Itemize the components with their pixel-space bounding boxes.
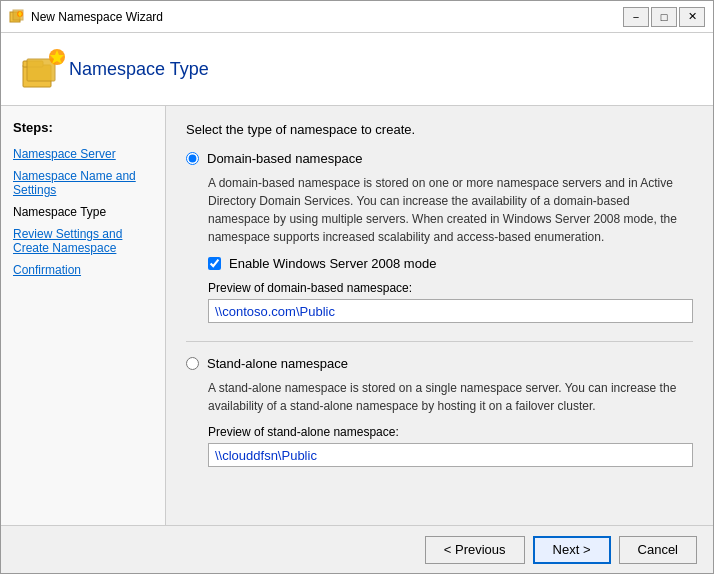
title-bar: New Namespace Wizard − □ ✕ (1, 1, 713, 33)
next-button[interactable]: Next > (533, 536, 611, 564)
standalone-radio[interactable] (186, 357, 199, 370)
domain-based-radio-row: Domain-based namespace (186, 151, 693, 166)
domain-based-label[interactable]: Domain-based namespace (207, 151, 362, 166)
svg-rect-6 (27, 59, 55, 81)
body-area: Steps: Namespace Server Namespace Name a… (1, 106, 713, 525)
previous-button[interactable]: < Previous (425, 536, 525, 564)
sidebar-item-review-settings[interactable]: Review Settings and Create Namespace (1, 223, 165, 259)
standalone-preview-label: Preview of stand-alone namespace: (208, 425, 693, 439)
standalone-description: A stand-alone namespace is stored on a s… (208, 379, 693, 415)
sidebar-item-namespace-name[interactable]: Namespace Name and Settings (1, 165, 165, 201)
standalone-preview-input[interactable] (208, 443, 693, 467)
domain-preview-input[interactable] (208, 299, 693, 323)
standalone-option-group: Stand-alone namespace A stand-alone name… (186, 356, 693, 467)
cancel-button[interactable]: Cancel (619, 536, 697, 564)
sidebar-item-confirmation[interactable]: Confirmation (1, 259, 165, 281)
domain-preview-label: Preview of domain-based namespace: (208, 281, 693, 295)
enable-2008-mode-label[interactable]: Enable Windows Server 2008 mode (229, 256, 436, 271)
sidebar-item-namespace-type: Namespace Type (1, 201, 165, 223)
sidebar: Steps: Namespace Server Namespace Name a… (1, 106, 166, 525)
instruction-text: Select the type of namespace to create. (186, 122, 693, 137)
maximize-button[interactable]: □ (651, 7, 677, 27)
sidebar-item-namespace-server[interactable]: Namespace Server (1, 143, 165, 165)
wizard-window: New Namespace Wizard − □ ✕ Namespace Typ… (0, 0, 714, 574)
minimize-button[interactable]: − (623, 7, 649, 27)
title-bar-title: New Namespace Wizard (31, 10, 623, 24)
separator (186, 341, 693, 342)
content-area: Select the type of namespace to create. … (166, 106, 713, 525)
title-bar-controls: − □ ✕ (623, 7, 705, 27)
close-button[interactable]: ✕ (679, 7, 705, 27)
footer: < Previous Next > Cancel (1, 525, 713, 573)
domain-based-option-group: Domain-based namespace A domain-based na… (186, 151, 693, 323)
enable-2008-mode-row: Enable Windows Server 2008 mode (208, 256, 693, 271)
domain-based-description: A domain-based namespace is stored on on… (208, 174, 693, 246)
page-title: Namespace Type (69, 59, 209, 80)
standalone-radio-row: Stand-alone namespace (186, 356, 693, 371)
enable-2008-mode-checkbox[interactable] (208, 257, 221, 270)
title-bar-icon (9, 9, 25, 25)
steps-label: Steps: (1, 116, 165, 143)
wizard-icon (21, 45, 69, 93)
standalone-label[interactable]: Stand-alone namespace (207, 356, 348, 371)
domain-based-radio[interactable] (186, 152, 199, 165)
wizard-header: Namespace Type (1, 33, 713, 106)
